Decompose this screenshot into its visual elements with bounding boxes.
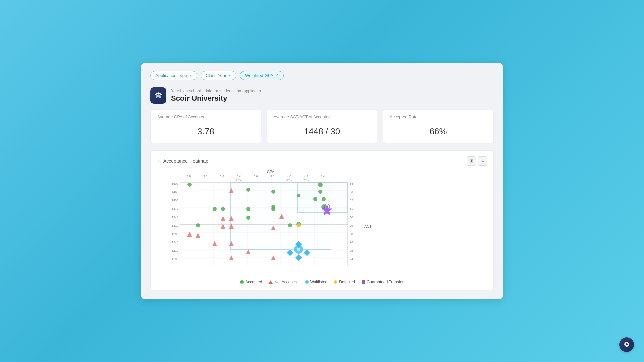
svg-point-73: [213, 207, 217, 211]
heatmap-icon: ▷: [157, 158, 161, 164]
svg-point-74: [221, 207, 225, 211]
svg-text:3.8: 3.8: [270, 175, 275, 178]
svg-point-63: [187, 183, 192, 187]
svg-rect-1: [161, 95, 161, 96]
weighted-gpa-label: Weighted GPA: [245, 73, 273, 78]
svg-text:22%: 22%: [236, 179, 241, 182]
heatmap-section: ▷ Acceptance Heatmap ⊞ ≡ SAT ACT GPA 2.8…: [150, 150, 494, 290]
svg-marker-84: [187, 232, 192, 237]
svg-text:1240: 1240: [172, 241, 178, 244]
svg-point-67: [318, 190, 322, 194]
deferred-dot: [334, 280, 337, 284]
legend-not-accepted: Not Accepted: [269, 280, 298, 284]
svg-text:30: 30: [350, 216, 353, 219]
legend-accepted: Accepted: [240, 280, 262, 284]
heatmap-header: ▷ Acceptance Heatmap ⊞ ≡: [157, 156, 487, 166]
avg-gpa-label: Average GPA of Accepted: [157, 115, 254, 122]
class-year-label: Class Year: [206, 73, 226, 78]
svg-text:31: 31: [350, 207, 353, 210]
svg-text:1500: 1500: [172, 182, 178, 185]
heatmap-controls: ⊞ ≡: [467, 156, 487, 166]
svg-point-79: [196, 223, 200, 227]
accepted-rate-value: 66%: [390, 126, 487, 137]
svg-point-69: [313, 197, 317, 201]
svg-point-105: [626, 343, 628, 345]
svg-text:1310: 1310: [172, 224, 178, 227]
svg-marker-85: [196, 233, 200, 238]
svg-point-98: [297, 248, 300, 251]
svg-text:33: 33: [350, 190, 353, 194]
svg-marker-95: [229, 255, 234, 260]
class-year-filter[interactable]: Class Year ▼: [201, 71, 236, 80]
svg-text:2.8: 2.8: [186, 175, 191, 178]
guaranteed-transfer-label: Guaranteed Transfer: [367, 280, 404, 284]
svg-marker-102: [295, 254, 302, 261]
application-type-label: Application Type: [155, 73, 187, 78]
svg-marker-86: [221, 216, 225, 221]
weighted-gpa-check: ✓: [275, 73, 279, 78]
waitlisted-dot: [305, 280, 309, 284]
svg-text:GPA: GPA: [267, 170, 275, 174]
class-year-arrow: ▼: [228, 74, 231, 77]
avg-gpa-card: Average GPA of Accepted 3.78: [150, 110, 261, 143]
svg-text:1460: 1460: [172, 190, 178, 194]
scoir-badge[interactable]: [619, 337, 634, 352]
heatmap-title: Acceptance Heatmap: [163, 158, 208, 164]
main-card: Application Type ▼ Class Year ▼ Weighted…: [141, 63, 503, 299]
weighted-gpa-filter[interactable]: Weighted GPA ✓: [240, 71, 284, 80]
svg-point-103: [297, 223, 301, 227]
application-type-arrow: ▼: [189, 74, 192, 77]
svg-text:4.0: 4.0: [287, 175, 291, 178]
svg-marker-94: [271, 255, 276, 260]
avg-sat-value: 1448 / 30: [274, 126, 371, 137]
svg-text:1180: 1180: [172, 257, 178, 261]
svg-point-66: [318, 182, 323, 187]
legend-guaranteed-transfer: Guaranteed Transfer: [362, 280, 404, 284]
svg-text:78%: 78%: [303, 179, 309, 182]
svg-point-70: [322, 197, 326, 201]
application-type-filter[interactable]: Application Type ▼: [150, 71, 197, 80]
avg-sat-label: Average SAT/ACT of Accepted: [274, 115, 371, 122]
legend-waitlisted: Waitlisted: [305, 280, 328, 284]
filter-bar: Application Type ▼ Class Year ▼ Weighted…: [150, 71, 494, 80]
svg-text:3.4: 3.4: [237, 175, 241, 178]
heatmap-list-view-button[interactable]: ≡: [478, 156, 487, 166]
svg-text:25: 25: [350, 249, 353, 252]
svg-text:1370: 1370: [172, 207, 178, 210]
svg-text:50%: 50%: [286, 179, 292, 182]
avg-gpa-value: 3.78: [157, 126, 254, 137]
svg-point-64: [246, 188, 250, 192]
svg-text:29: 29: [350, 224, 353, 227]
svg-point-72: [321, 204, 326, 209]
heatmap-title-group: ▷ Acceptance Heatmap: [157, 158, 208, 164]
svg-text:ACT: ACT: [364, 224, 371, 228]
avg-sat-card: Average SAT/ACT of Accepted 1448 / 30: [267, 110, 378, 143]
svg-marker-90: [212, 241, 217, 246]
accepted-label: Accepted: [245, 280, 262, 284]
legend-deferred: Deferred: [334, 280, 355, 284]
heatmap-chart-view-button[interactable]: ⊞: [467, 156, 476, 166]
svg-point-77: [271, 207, 275, 211]
not-accepted-label: Not Accepted: [274, 280, 298, 284]
svg-marker-92: [246, 249, 251, 254]
svg-text:3.0: 3.0: [203, 175, 208, 178]
deferred-label: Deferred: [339, 280, 355, 284]
chart-legend: Accepted Not Accepted Waitlisted Deferre…: [157, 280, 487, 284]
heatmap-chart[interactable]: SAT ACT GPA 2.8 3.0 3.2 3.4 3.6 3.8 4.0 …: [170, 169, 371, 276]
svg-text:34: 34: [350, 182, 353, 185]
svg-text:1340: 1340: [172, 216, 178, 219]
university-info: Your high school's data for students tha…: [171, 88, 261, 103]
svg-text:3.6: 3.6: [254, 175, 258, 178]
svg-marker-100: [304, 249, 310, 256]
svg-text:3.2: 3.2: [220, 175, 224, 178]
university-name: Scoir University: [171, 94, 261, 103]
svg-point-75: [246, 207, 250, 211]
svg-text:1400: 1400: [172, 199, 178, 202]
svg-text:28: 28: [350, 232, 353, 236]
stats-row: Average GPA of Accepted 3.78 Average SAT…: [150, 110, 494, 143]
chart-area: SAT ACT GPA 2.8 3.0 3.2 3.4 3.6 3.8 4.0 …: [157, 169, 487, 276]
university-logo: [150, 87, 166, 104]
not-accepted-triangle: [269, 280, 273, 284]
svg-point-76: [246, 216, 250, 220]
svg-text:4.2: 4.2: [304, 175, 308, 178]
